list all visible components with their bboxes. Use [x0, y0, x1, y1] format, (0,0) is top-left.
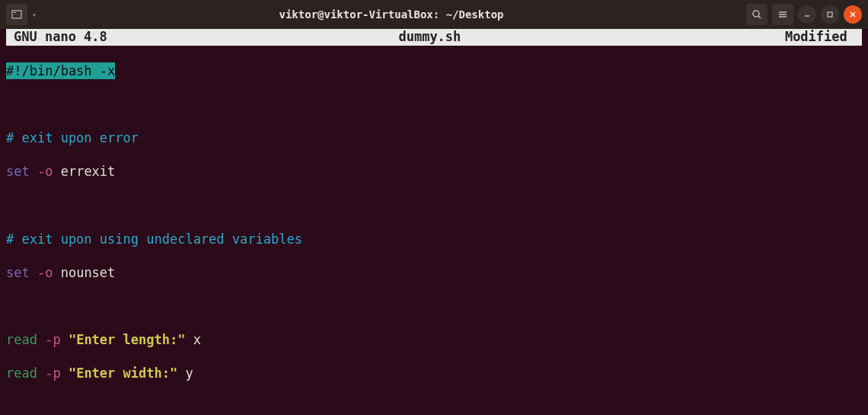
code-comment: # exit upon using undeclared variables — [6, 231, 302, 247]
svg-rect-0 — [12, 11, 21, 18]
titlebar-left: ▾ — [6, 4, 37, 25]
menu-button[interactable] — [772, 4, 793, 25]
code-keyword: read — [6, 366, 37, 381]
nano-status: Modified — [570, 29, 852, 46]
svg-rect-8 — [828, 12, 832, 17]
code-keyword: read — [6, 332, 37, 347]
code-comment: # exit upon error — [6, 130, 139, 145]
titlebar-right — [746, 4, 862, 25]
code-keyword: set — [6, 164, 30, 179]
nano-version: GNU nano 4.8 — [8, 29, 289, 46]
editor-content[interactable]: #!/bin/bash -x # exit upon error set -o … — [0, 46, 868, 415]
code-flag: -p — [37, 332, 61, 347]
svg-line-3 — [758, 16, 761, 18]
code-string: "Enter length:" — [61, 332, 186, 347]
code-shebang: #!/bin/bash -x — [6, 62, 115, 79]
svg-point-2 — [753, 11, 759, 17]
code-keyword: set — [6, 265, 30, 280]
window-title: viktor@viktor-VirtualBox: ~/Desktop — [37, 8, 746, 21]
code-flag: -o — [30, 265, 53, 280]
nano-header: GNU nano 4.8 dummy.sh Modified — [6, 29, 862, 46]
nano-filename: dummy.sh — [289, 29, 571, 46]
code-var: x — [185, 332, 200, 347]
code-flag: -o — [30, 164, 53, 179]
close-button[interactable] — [844, 5, 862, 24]
svg-rect-1 — [14, 12, 16, 13]
window-titlebar: ▾ viktor@viktor-VirtualBox: ~/Desktop — [0, 0, 868, 29]
minimize-button[interactable] — [798, 5, 816, 24]
maximize-button[interactable] — [821, 5, 839, 24]
code-string: "Enter width:" — [61, 366, 178, 381]
search-button[interactable] — [746, 4, 767, 25]
code-var: y — [177, 366, 193, 381]
code-arg: errexit — [53, 164, 115, 179]
code-arg: nounset — [53, 265, 115, 280]
code-flag: -p — [37, 366, 61, 381]
terminal-tab-icon[interactable] — [6, 4, 27, 25]
